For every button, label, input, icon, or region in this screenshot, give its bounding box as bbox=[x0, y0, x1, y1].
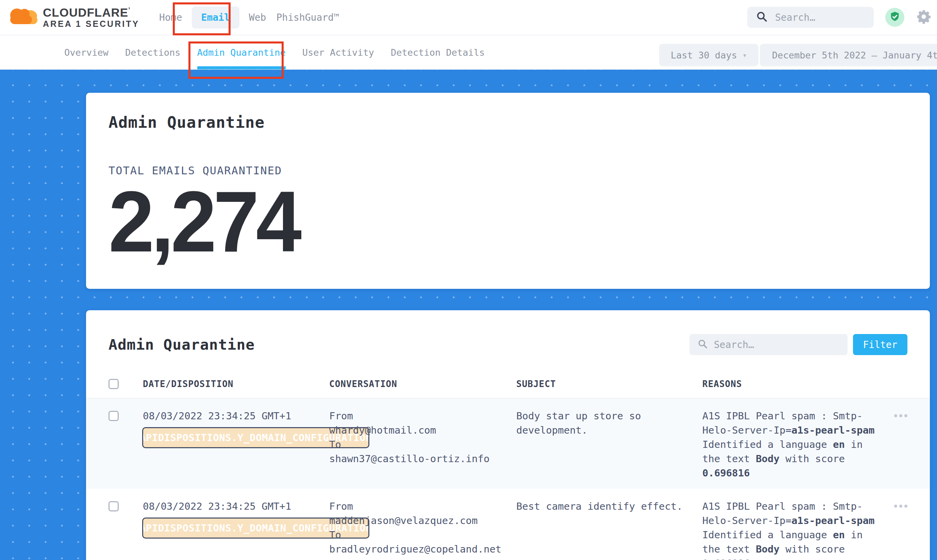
column-header-reasons: REASONS bbox=[702, 379, 877, 389]
search-icon bbox=[756, 11, 768, 24]
conversation-cell: From maddenjason@velazquez.com To bradle… bbox=[329, 499, 516, 560]
email-sub-nav: Overview Detections Admin Quarantine Use… bbox=[0, 35, 937, 70]
row-checkbox[interactable] bbox=[108, 411, 119, 421]
gear-icon bbox=[916, 9, 932, 26]
reasons-cell: A1S IPBL Pearl spam : Smtp-Helo-Server-I… bbox=[702, 499, 877, 560]
active-tab-underline bbox=[197, 66, 286, 69]
page-background: Admin Quarantine TOTAL EMAILS QUARANTINE… bbox=[0, 70, 937, 560]
to-label: To bbox=[329, 437, 516, 452]
row-checkbox[interactable] bbox=[108, 501, 119, 511]
logo-subtitle: AREA 1 SECURITY bbox=[43, 20, 139, 28]
table-search[interactable] bbox=[689, 334, 847, 355]
table-row: 08/03/2022 23:34:25 GMT+1 APIDISPOSITION… bbox=[86, 489, 930, 560]
subject-cell: Body star up store so development. bbox=[516, 409, 702, 480]
nav-item-web[interactable]: Web bbox=[248, 6, 267, 29]
date-disposition-cell: 08/03/2022 23:34:25 GMT+1 APIDISPOSITION… bbox=[143, 409, 329, 480]
column-header-conversation: CONVERSATION bbox=[329, 379, 516, 389]
security-status-badge[interactable] bbox=[885, 8, 905, 27]
global-search-input[interactable] bbox=[775, 12, 865, 23]
from-email[interactable]: maddenjason@velazquez.com bbox=[329, 514, 516, 528]
to-email[interactable]: bradleyrodriguez@copeland.net bbox=[329, 542, 516, 556]
column-header-date: DATE/DISPOSITION bbox=[143, 379, 329, 389]
time-range-dropdown[interactable]: Last 30 days ▾ bbox=[659, 44, 758, 66]
date-range-picker[interactable]: December 5th 2022 — January 4th 2023 bbox=[760, 44, 937, 66]
table-header: DATE/DISPOSITION CONVERSATION SUBJECT RE… bbox=[108, 372, 908, 398]
to-label: To bbox=[329, 528, 516, 542]
from-label: From bbox=[329, 409, 516, 423]
nav-item-email[interactable]: Email bbox=[192, 6, 239, 29]
reasons-cell: A1S IPBL Pearl spam : Smtp-Helo-Server-I… bbox=[702, 409, 877, 480]
table-row: 08/03/2022 23:34:25 GMT+1 APIDISPOSITION… bbox=[86, 398, 930, 489]
subject-cell: Best camera identify effect. bbox=[516, 499, 702, 560]
filter-button[interactable]: Filter bbox=[853, 334, 908, 355]
nav-item-home[interactable]: Home bbox=[159, 6, 183, 29]
top-bar: CLOUDFLARE’ AREA 1 SECURITY Home Email W… bbox=[0, 0, 937, 35]
row-date: 08/03/2022 23:34:25 GMT+1 bbox=[143, 499, 329, 514]
to-email[interactable]: shawn37@castillo-ortiz.info bbox=[329, 452, 516, 466]
date-disposition-cell: 08/03/2022 23:34:25 GMT+1 APIDISPOSITION… bbox=[143, 499, 329, 560]
logo-brand: CLOUDFLARE’ bbox=[43, 6, 139, 18]
metric-value: 2,274 bbox=[108, 186, 868, 257]
quarantine-table-card: Admin Quarantine Filter DATE/DISPOSITION… bbox=[86, 310, 930, 560]
shield-check-icon bbox=[889, 11, 901, 24]
from-label: From bbox=[329, 499, 516, 514]
tab-detection-details[interactable]: Detection Details bbox=[391, 35, 485, 69]
chevron-down-icon: ▾ bbox=[742, 51, 747, 60]
select-all-checkbox[interactable] bbox=[108, 379, 119, 389]
primary-nav: Home Email Web PhishGuard™ bbox=[159, 6, 340, 29]
table-search-input[interactable] bbox=[713, 339, 840, 351]
summary-card: Admin Quarantine TOTAL EMAILS QUARANTINE… bbox=[86, 93, 930, 289]
column-header-subject: SUBJECT bbox=[516, 379, 702, 389]
logo-trademark: ’ bbox=[128, 6, 131, 14]
from-email[interactable]: whardy@hotmail.com bbox=[329, 423, 516, 437]
tab-detections[interactable]: Detections bbox=[125, 35, 181, 69]
search-icon bbox=[698, 339, 708, 350]
nav-item-phishguard[interactable]: PhishGuard™ bbox=[275, 6, 340, 29]
summary-card-title: Admin Quarantine bbox=[108, 93, 908, 131]
row-actions-menu[interactable] bbox=[894, 414, 908, 480]
app-root: CLOUDFLARE’ AREA 1 SECURITY Home Email W… bbox=[0, 0, 937, 560]
settings-button[interactable] bbox=[916, 9, 932, 26]
tab-admin-quarantine[interactable]: Admin Quarantine bbox=[197, 35, 286, 69]
conversation-cell: From whardy@hotmail.com To shawn37@casti… bbox=[329, 409, 516, 480]
tab-overview[interactable]: Overview bbox=[64, 35, 108, 69]
top-bar-right bbox=[747, 7, 932, 28]
row-date: 08/03/2022 23:34:25 GMT+1 bbox=[143, 409, 329, 423]
cloudflare-logo[interactable]: CLOUDFLARE’ AREA 1 SECURITY bbox=[8, 6, 139, 29]
cloudflare-cloud-icon bbox=[8, 6, 39, 29]
tab-user-activity[interactable]: User Activity bbox=[303, 35, 374, 69]
table-card-title: Admin Quarantine bbox=[108, 336, 255, 353]
row-actions-menu[interactable] bbox=[894, 505, 908, 560]
global-search[interactable] bbox=[747, 7, 874, 28]
